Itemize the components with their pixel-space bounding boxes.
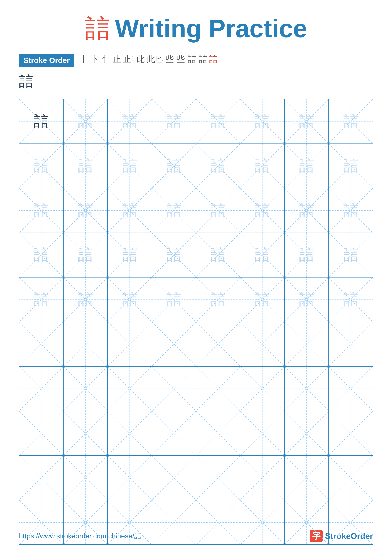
grid-cell-8-6[interactable] — [240, 411, 285, 455]
grid-cell-9-8[interactable] — [329, 456, 373, 500]
grid-cell-3-5[interactable]: 誩 — [196, 188, 241, 233]
grid-cell-8-8[interactable] — [329, 411, 373, 455]
title-chinese-char: 誩 — [85, 16, 110, 41]
grid-cell-4-4[interactable]: 誩 — [152, 233, 196, 277]
grid-cell-6-7[interactable] — [285, 322, 329, 366]
title-row: 誩 Writing Practice — [85, 16, 307, 41]
grid-cell-2-5[interactable]: 誩 — [196, 144, 241, 188]
svg-line-85 — [108, 322, 152, 366]
cell-char-guide: 誩 — [343, 292, 358, 307]
grid-cell-9-6[interactable] — [240, 456, 285, 500]
svg-line-135 — [152, 456, 196, 500]
svg-line-81 — [19, 322, 63, 366]
cell-char-guide: 誩 — [78, 158, 93, 173]
grid-cell-9-1[interactable] — [19, 456, 64, 500]
grid-cell-1-5[interactable]: 誩 — [196, 99, 241, 144]
grid-cell-9-4[interactable] — [152, 456, 196, 500]
grid-cell-3-4[interactable]: 誩 — [152, 188, 196, 233]
grid-cell-8-1[interactable] — [19, 411, 64, 455]
stroke-order-standalone-char: 誩 — [19, 73, 33, 89]
grid-row-6 — [19, 322, 373, 366]
grid-cell-1-6[interactable]: 誩 — [240, 99, 285, 144]
grid-cell-7-6[interactable] — [240, 366, 285, 411]
grid-cell-9-2[interactable] — [64, 456, 108, 500]
cell-char-guide: 誩 — [34, 248, 49, 263]
grid-cell-7-7[interactable] — [285, 366, 329, 411]
grid-cell-3-8[interactable]: 誩 — [329, 188, 373, 233]
grid-cell-5-7[interactable]: 誩 — [285, 278, 329, 322]
grid-cell-5-6[interactable]: 誩 — [240, 278, 285, 322]
svg-line-111 — [329, 366, 373, 411]
grid-cell-4-8[interactable]: 誩 — [329, 233, 373, 277]
grid-cell-3-7[interactable]: 誩 — [285, 188, 329, 233]
grid-cell-1-7[interactable]: 誩 — [285, 99, 329, 144]
cell-char-guide: 誩 — [166, 203, 181, 218]
grid-cell-2-1[interactable]: 誩 — [19, 144, 64, 188]
grid-cell-9-5[interactable] — [196, 456, 241, 500]
grid-cell-4-7[interactable]: 誩 — [285, 233, 329, 277]
grid-cell-4-2[interactable]: 誩 — [64, 233, 108, 277]
grid-cell-6-2[interactable] — [64, 322, 108, 366]
svg-line-87 — [152, 322, 196, 366]
grid-cell-6-5[interactable] — [196, 322, 241, 366]
svg-line-84 — [108, 322, 152, 366]
grid-cell-6-8[interactable] — [329, 322, 373, 366]
grid-cell-2-3[interactable]: 誩 — [108, 144, 152, 188]
grid-cell-4-3[interactable]: 誩 — [108, 233, 152, 277]
grid-cell-6-1[interactable] — [19, 322, 64, 366]
grid-cell-1-4[interactable]: 誩 — [152, 99, 196, 144]
grid-cell-2-2[interactable]: 誩 — [64, 144, 108, 188]
stroke-step-final: 誩 — [209, 54, 217, 65]
grid-cell-5-8[interactable]: 誩 — [329, 278, 373, 322]
grid-cell-7-3[interactable] — [108, 366, 152, 411]
grid-cell-6-3[interactable] — [108, 322, 152, 366]
cell-char-guide: 誩 — [299, 292, 314, 307]
grid-row-7 — [19, 366, 373, 411]
grid-cell-5-4[interactable]: 誩 — [152, 278, 196, 322]
grid-cell-3-3[interactable]: 誩 — [108, 188, 152, 233]
grid-cell-4-5[interactable]: 誩 — [196, 233, 241, 277]
grid-cell-1-8[interactable]: 誩 — [329, 99, 373, 144]
grid-cell-3-2[interactable]: 誩 — [64, 188, 108, 233]
grid-cell-7-8[interactable] — [329, 366, 373, 411]
grid-cell-6-6[interactable] — [240, 322, 285, 366]
grid-cell-1-3[interactable]: 誩 — [108, 99, 152, 144]
svg-line-120 — [196, 411, 240, 455]
grid-cell-2-7[interactable]: 誩 — [285, 144, 329, 188]
grid-cell-8-3[interactable] — [108, 411, 152, 455]
grid-cell-5-5[interactable]: 誩 — [196, 278, 241, 322]
svg-line-128 — [19, 456, 63, 500]
grid-cell-6-4[interactable] — [152, 322, 196, 366]
grid-cell-2-4[interactable]: 誩 — [152, 144, 196, 188]
grid-cell-7-2[interactable] — [64, 366, 108, 411]
grid-cell-1-1[interactable]: 誩 — [19, 99, 64, 144]
footer-url[interactable]: https://www.strokeorder.com/chinese/誩 — [19, 531, 141, 541]
grid-cell-7-4[interactable] — [152, 366, 196, 411]
cell-char-guide: 誩 — [211, 114, 226, 129]
cell-char-guide: 誩 — [166, 114, 181, 129]
grid-cell-4-1[interactable]: 誩 — [19, 233, 64, 277]
grid-cell-8-2[interactable] — [64, 411, 108, 455]
grid-cell-7-1[interactable] — [19, 366, 64, 411]
stroke-step-4: 止 — [112, 54, 121, 65]
svg-line-113 — [19, 411, 63, 455]
title-text: Writing Practice — [115, 16, 307, 41]
grid-cell-9-7[interactable] — [285, 456, 329, 500]
cell-char-guide: 誩 — [211, 292, 226, 307]
grid-cell-8-4[interactable] — [152, 411, 196, 455]
grid-cell-5-2[interactable]: 誩 — [64, 278, 108, 322]
grid-cell-5-3[interactable]: 誩 — [108, 278, 152, 322]
grid-cell-8-5[interactable] — [196, 411, 241, 455]
grid-cell-3-6[interactable]: 誩 — [240, 188, 285, 233]
grid-cell-2-6[interactable]: 誩 — [240, 144, 285, 188]
grid-cell-8-7[interactable] — [285, 411, 329, 455]
grid-cell-7-5[interactable] — [196, 366, 241, 411]
grid-cell-5-1[interactable]: 誩 — [19, 278, 64, 322]
svg-line-112 — [19, 411, 63, 455]
grid-cell-4-6[interactable]: 誩 — [240, 233, 285, 277]
grid-cell-9-3[interactable] — [108, 456, 152, 500]
svg-line-82 — [64, 322, 107, 366]
grid-cell-2-8[interactable]: 誩 — [329, 144, 373, 188]
grid-cell-3-1[interactable]: 誩 — [19, 188, 64, 233]
grid-cell-1-2[interactable]: 誩 — [64, 99, 108, 144]
